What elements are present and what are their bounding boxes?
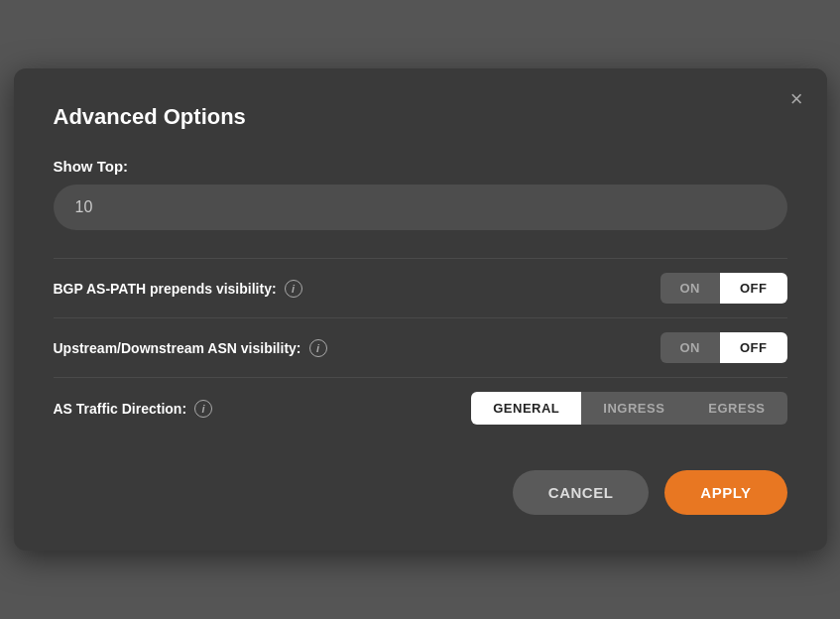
bgp-off-button[interactable]: OFF [720,273,787,304]
asn-toggle-group: ON OFF [660,332,787,363]
bgp-visibility-label: BGP AS-PATH prepends visibility: i [54,280,302,298]
asn-visibility-label: Upstream/Downstream ASN visibility: i [54,339,327,357]
traffic-direction-group: GENERAL INGRESS EGRESS [471,392,786,425]
show-top-label: Show Top: [54,158,787,175]
modal-title: Advanced Options [54,104,787,130]
direction-egress-button[interactable]: EGRESS [686,392,786,425]
cancel-button[interactable]: CANCEL [513,470,650,515]
asn-info-icon: i [309,339,327,357]
traffic-direction-row: AS Traffic Direction: i GENERAL INGRESS … [54,377,787,438]
direction-ingress-button[interactable]: INGRESS [581,392,686,425]
direction-general-button[interactable]: GENERAL [471,392,581,425]
show-top-input[interactable] [54,185,787,230]
advanced-options-modal: × Advanced Options Show Top: BGP AS-PATH… [14,68,827,551]
bgp-on-button[interactable]: ON [660,273,721,304]
bgp-info-icon: i [285,280,302,298]
bgp-visibility-row: BGP AS-PATH prepends visibility: i ON OF… [54,258,787,317]
traffic-direction-info-icon: i [194,400,212,418]
traffic-direction-label: AS Traffic Direction: i [54,400,213,418]
asn-visibility-row: Upstream/Downstream ASN visibility: i ON… [54,317,787,377]
modal-footer: CANCEL APPLY [54,470,787,515]
bgp-toggle-group: ON OFF [660,273,787,304]
close-button[interactable]: × [790,88,803,110]
apply-button[interactable]: APPLY [664,470,786,515]
asn-on-button[interactable]: ON [660,332,721,363]
asn-off-button[interactable]: OFF [720,332,787,363]
